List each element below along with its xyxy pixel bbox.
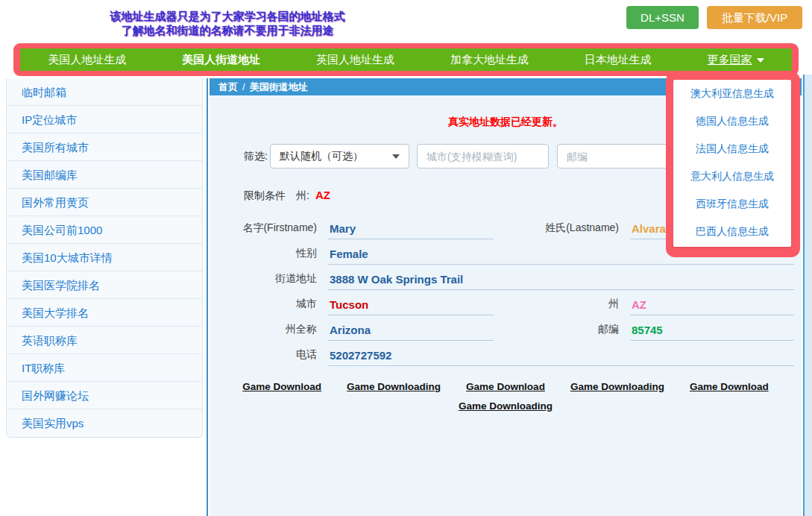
right-edge-strip — [803, 75, 812, 516]
dropdown-item-france[interactable]: 法国人信息生成 — [673, 135, 791, 163]
zip-value: 85745 — [630, 320, 794, 341]
phone-label: 电话 — [210, 348, 317, 362]
phone-value: 5202727592 — [328, 345, 794, 366]
breadcrumb-home-link[interactable]: 首页 — [218, 81, 238, 92]
disclaimer-line2: 了解地名和街道的名称请不要用于非法用途 — [37, 23, 418, 37]
tab-more-countries[interactable]: 更多国家 — [708, 48, 764, 71]
dl-ssn-button[interactable]: DL+SSN — [626, 6, 699, 29]
sidebar-item-forums[interactable]: 国外网赚论坛 — [7, 382, 202, 409]
disclaimer-line1: 该地址生成器只是为了大家学习各国的地址格式 — [37, 9, 418, 23]
form-row-city-state: 城市 Tucson 州 AZ — [210, 295, 802, 317]
dropdown-item-italy[interactable]: 意大利人信息生成 — [673, 163, 791, 190]
sidebar-item-us-zipcodes[interactable]: 美国邮编库 — [7, 161, 202, 189]
game-download-link[interactable]: Game Downloading — [570, 381, 664, 392]
more-countries-dropdown: 澳大利亚信息生成 德国人信息生成 法国人信息生成 意大利人信息生成 西班牙信息生… — [673, 80, 791, 247]
game-download-link[interactable]: Game Download — [242, 381, 321, 392]
sidebar: 临时邮箱 IP定位城市 美国所有城市 美国邮编库 国外常用黄页 美国公司前100… — [6, 78, 203, 438]
sidebar-item-us-vps[interactable]: 美国实用vps — [7, 409, 202, 437]
street-value: 3888 W Oak Springs Trail — [328, 269, 794, 290]
form-row-statefull-zip: 州全称 Arizona 邮编 85745 — [210, 320, 802, 342]
chevron-down-icon — [757, 58, 764, 63]
dropdown-highlight-annotation: 澳大利亚信息生成 德国人信息生成 法国人信息生成 意大利人信息生成 西班牙信息生… — [666, 72, 800, 257]
form-row-phone: 电话 5202727592 — [210, 345, 802, 368]
firstname-value: Mary — [328, 218, 494, 239]
game-download-link[interactable]: Game Download — [466, 381, 545, 392]
tab-us-street-address[interactable]: 美国人街道地址 — [182, 48, 260, 71]
constraint-field: 州: — [296, 189, 309, 201]
state-label: 州 — [529, 298, 619, 311]
form-row-street: 街道地址 3888 W Oak Springs Trail — [210, 269, 802, 292]
city-value: Tucson — [328, 295, 494, 315]
state-value: AZ — [630, 295, 794, 315]
game-download-link[interactable]: Game Download — [690, 381, 769, 392]
batch-download-vip-button[interactable]: 批量下载/VIP — [707, 6, 802, 29]
sidebar-item-us-cities[interactable]: 美国所有城市 — [7, 133, 202, 161]
sidebar-item-university-ranking[interactable]: 美国大学排名 — [7, 299, 202, 327]
game-download-link[interactable]: Game Downloading — [459, 400, 553, 412]
dropdown-item-australia[interactable]: 澳大利亚信息生成 — [673, 80, 791, 107]
sidebar-item-top10-cities[interactable]: 美国10大城市详情 — [7, 244, 202, 271]
tab-more-countries-label: 更多国家 — [708, 53, 752, 66]
game-download-link[interactable]: Game Downloading — [347, 381, 441, 392]
city-search-input[interactable] — [417, 144, 549, 169]
filter-label: 筛选: — [244, 150, 268, 163]
sidebar-item-medical-schools[interactable]: 美国医学院排名 — [7, 271, 202, 299]
navbar: 美国人地址生成 美国人街道地址 英国人地址生成 加拿大地址生成 日本地址生成 更… — [20, 48, 792, 71]
state-full-value: Arizona — [328, 320, 494, 341]
constraint-value: AZ — [315, 189, 330, 201]
filter-random-select[interactable]: 默认随机（可选） — [270, 144, 409, 169]
game-links-row-2: Game Downloading — [210, 400, 802, 412]
city-label: 城市 — [210, 298, 317, 311]
select-chevron-icon — [392, 154, 400, 159]
filter-random-select-value: 默认随机（可选） — [280, 150, 363, 162]
dropdown-item-brazil[interactable]: 巴西人信息生成 — [673, 218, 791, 245]
breadcrumb-current: 美国街道地址 — [250, 81, 308, 92]
sidebar-item-yellow-pages[interactable]: 国外常用黄页 — [7, 189, 202, 216]
tab-us-address[interactable]: 美国人地址生成 — [48, 48, 126, 71]
lastname-label: 姓氏(Lastname) — [529, 221, 619, 235]
page: 该地址生成器只是为了大家学习各国的地址格式 了解地名和街道的名称请不要用于非法用… — [0, 0, 812, 516]
dropdown-item-spain[interactable]: 西班牙信息生成 — [673, 190, 791, 218]
street-label: 街道地址 — [210, 272, 317, 286]
firstname-label: 名字(Firstname) — [210, 221, 317, 235]
constraint-row: 限制条件州:AZ — [244, 189, 330, 203]
gender-label: 性别 — [210, 247, 317, 260]
tab-canada-address[interactable]: 加拿大地址生成 — [450, 48, 529, 71]
sidebar-item-ip-city[interactable]: IP定位城市 — [7, 106, 202, 133]
tab-uk-address[interactable]: 英国人地址生成 — [316, 48, 394, 71]
sidebar-item-temp-email[interactable]: 临时邮箱 — [7, 78, 202, 106]
state-full-label: 州全称 — [210, 323, 317, 336]
sidebar-item-english-titles[interactable]: 英语职称库 — [7, 327, 202, 354]
constraint-label: 限制条件 — [244, 189, 286, 201]
sidebar-item-it-titles[interactable]: IT职称库 — [7, 354, 202, 382]
dropdown-item-germany[interactable]: 德国人信息生成 — [673, 107, 791, 135]
sidebar-item-top1000-companies[interactable]: 美国公司前1000 — [7, 216, 202, 244]
disclaimer-text: 该地址生成器只是为了大家学习各国的地址格式 了解地名和街道的名称请不要用于非法用… — [37, 9, 418, 37]
game-links-row-1: Game Download Game Downloading Game Down… — [210, 381, 802, 392]
zip-label: 邮编 — [529, 323, 619, 336]
sidebar-divider — [207, 78, 208, 516]
breadcrumb-separator: / — [238, 81, 250, 92]
tab-japan-address[interactable]: 日本地址生成 — [585, 48, 652, 71]
